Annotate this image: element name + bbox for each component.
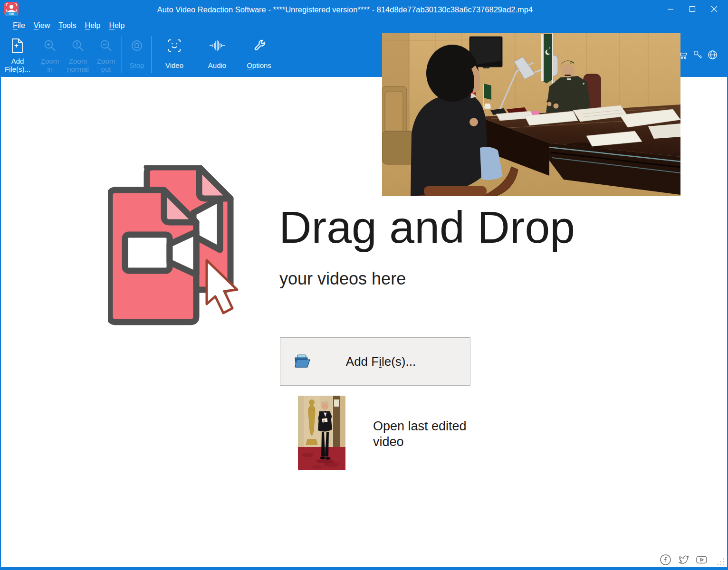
drag-drop-subline: your videos here — [279, 269, 406, 289]
options-button[interactable]: Options — [242, 32, 276, 77]
video-preview-frame — [382, 33, 680, 196]
titlebar: AVR Auto Video Redaction Software - ****… — [0, 0, 728, 19]
social-links — [660, 554, 708, 566]
zoom-in-icon — [43, 36, 57, 55]
open-folder-icon — [294, 354, 311, 369]
menu-tools[interactable]: Tools — [54, 21, 80, 30]
open-last-video[interactable]: Open last edited video — [298, 396, 468, 470]
toolbar-separator — [34, 36, 34, 73]
video-files-illustration — [108, 165, 243, 329]
menu-view[interactable]: View — [29, 21, 54, 30]
close-button[interactable] — [703, 0, 725, 18]
add-files-main-button[interactable]: Add File(s)... — [280, 337, 470, 386]
zoom-out-icon — [99, 36, 113, 55]
video-button[interactable]: Video — [158, 32, 191, 77]
menu-help-1[interactable]: Help — [81, 21, 105, 30]
minimize-button[interactable] — [660, 0, 681, 18]
open-last-video-label: Open last edited video — [373, 418, 468, 470]
toolbar-separator — [152, 36, 152, 73]
wrench-icon — [252, 36, 266, 55]
video-frame-image — [382, 33, 680, 196]
twitter-icon[interactable] — [678, 554, 690, 566]
add-files-toolbar-button[interactable]: AddFile(s)... — [4, 32, 31, 77]
toolbar-separator — [122, 36, 122, 73]
drag-drop-headline: Drag and Drop — [279, 201, 575, 253]
youtube-icon[interactable] — [696, 554, 708, 566]
stop-icon — [131, 36, 143, 55]
zoom-in-button[interactable]: Zoomin — [37, 32, 63, 77]
toolbar-right-icons — [678, 49, 718, 60]
key-icon[interactable] — [692, 49, 703, 60]
resize-grip[interactable] — [716, 558, 724, 566]
window-title: Auto Video Redaction Software - ****Unre… — [57, 0, 633, 19]
zoom-normal-button[interactable]: Zoomnormal — [63, 32, 93, 77]
svg-text:AVR: AVR — [9, 12, 14, 15]
app-logo-icon[interactable]: AVR — [4, 1, 19, 17]
zoom-out-button[interactable]: Zoomout — [93, 32, 119, 77]
facebook-icon[interactable] — [660, 554, 671, 566]
add-file-icon — [10, 36, 25, 55]
maximize-button[interactable] — [681, 0, 703, 18]
menu-help-2[interactable]: Help — [105, 21, 129, 30]
audio-waveform-icon — [209, 36, 226, 55]
app-window: AVR Auto Video Redaction Software - ****… — [0, 0, 728, 570]
menubar: File View Tools Help Help — [0, 19, 728, 32]
add-files-button-label: Add File(s)... — [311, 354, 451, 369]
face-scan-icon — [167, 36, 182, 55]
zoom-normal-icon — [71, 36, 85, 55]
stop-button[interactable]: Stop — [125, 32, 149, 77]
audio-button[interactable]: Audio — [201, 32, 233, 77]
menu-file[interactable]: File — [9, 21, 29, 30]
globe-icon[interactable] — [707, 49, 718, 60]
last-video-thumbnail[interactable] — [298, 396, 345, 470]
